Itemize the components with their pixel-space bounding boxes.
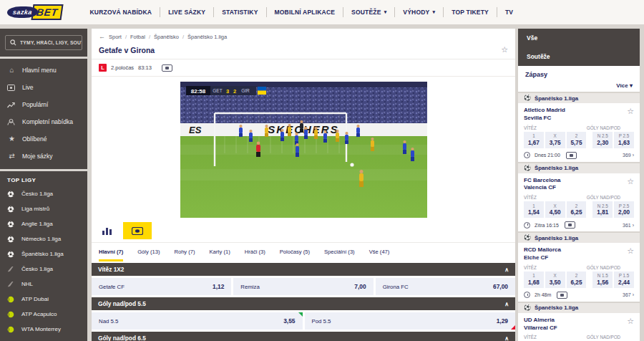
nav-item-mobilni-aplikace[interactable]: MOBILNÍ APLIKACE xyxy=(267,9,343,16)
nav-item-vyhody[interactable]: VÝHODY▾ xyxy=(395,9,443,16)
tab-specialni[interactable]: Speciální (3) xyxy=(324,249,355,261)
football-icon xyxy=(7,191,16,198)
sidebar-league-anglie-1liga[interactable]: Anglie 1.liga xyxy=(0,216,87,231)
nav-item-tv[interactable]: TV xyxy=(497,9,521,16)
tab-hlavni[interactable]: Hlavní (7) xyxy=(99,249,123,261)
odds-button-over[interactable]: N 2.52,30 xyxy=(592,132,613,148)
video-player[interactable]: SKECHERS ES xyxy=(92,77,515,219)
odds-button-over[interactable]: N 2.51,81 xyxy=(592,201,613,218)
odds-button-nad-55[interactable]: Nad 5.5 3,55 xyxy=(92,312,303,330)
breadcrumb-spanelsko-1liga[interactable]: Španělsko 1.liga xyxy=(187,34,227,40)
more-dropdown[interactable]: Více ▾ xyxy=(525,82,633,89)
odds-button-over[interactable]: N 1.51,56 xyxy=(592,272,613,288)
tab-vse[interactable]: Vše (47) xyxy=(369,249,390,261)
odds-button-under[interactable]: P 2.51,63 xyxy=(614,132,634,148)
winner-label: VÍTĚZ xyxy=(524,335,587,340)
chevron-up-icon: ∧ xyxy=(504,301,509,307)
nav-item-top-tikety[interactable]: TOP TIKETY xyxy=(444,9,497,16)
odds-button-getafe[interactable]: Getafe CF 1,12 xyxy=(92,278,231,295)
sidebar-item-oblibene[interactable]: ★ Oblíbené xyxy=(0,130,87,148)
market-tabs: Hlavní (7) Góly (13) Rohy (7) Karty (1) … xyxy=(92,242,515,261)
odds-button-2[interactable]: 26,25 xyxy=(567,272,587,288)
league-header[interactable]: ⚽ Španělsko 1.liga xyxy=(518,162,640,173)
tab-rohy[interactable]: Rohy (7) xyxy=(174,249,195,261)
nav-item-kurzova-nabidka[interactable]: KURZOVÁ NABÍDKA xyxy=(82,9,160,16)
more-markets-link[interactable]: 367 › xyxy=(623,292,634,297)
match-card[interactable]: FC Barcelona Valencia CF ☆ VÍTĚZ GÓLY NA… xyxy=(518,173,640,232)
sidebar-item-hlavni-menu[interactable]: ⌂ Hlavní menu xyxy=(0,62,87,79)
live-status-row: L 2.poločas 83:13 xyxy=(92,59,515,77)
tennis-ball-icon xyxy=(7,296,16,303)
breadcrumb-spanelsko[interactable]: Španělsko xyxy=(154,34,179,40)
match-card[interactable]: Atletico Madrid Sevilla FC ☆ VÍTĚZ GÓLY … xyxy=(518,103,640,162)
odds-button-1[interactable]: 11,68 xyxy=(524,272,544,288)
sazkabet-logo[interactable]: sazka BET xyxy=(6,4,63,20)
filter-souteze[interactable]: Soutěže xyxy=(518,47,640,66)
league-header[interactable]: ⚽ Španělsko 1.liga xyxy=(518,92,640,103)
nav-item-live-sazky[interactable]: LIVE SÁZKY xyxy=(160,9,213,16)
sidebar-league-liga-mistru[interactable]: Liga mistrů xyxy=(0,201,87,216)
odds-button-pod-55[interactable]: Pod 5.5 1,29 xyxy=(305,312,516,330)
odds-button-1[interactable]: 11,67 xyxy=(524,132,544,148)
odds-button-2[interactable]: 26,25 xyxy=(567,201,587,218)
nav-item-statistiky[interactable]: STATISTIKY xyxy=(214,9,265,16)
market-header-nadpod-65[interactable]: Góly nad/pod 6.5 ∧ xyxy=(92,332,515,341)
favorite-star-icon[interactable]: ☆ xyxy=(627,246,634,256)
more-markets-link[interactable]: 361 › xyxy=(623,223,634,228)
favorite-star-icon[interactable]: ☆ xyxy=(627,317,634,326)
sidebar-league-spanelsko-1liga[interactable]: Španělsko 1.liga xyxy=(0,246,87,261)
sidebar-league-nemecko-1liga[interactable]: Německo 1.liga xyxy=(0,231,87,246)
odds-button-x[interactable]: X4,50 xyxy=(545,201,565,218)
sidebar-league-cesko-1liga[interactable]: Česko 1.liga xyxy=(0,186,87,201)
league-header[interactable]: ⚽ Španělsko 1.liga xyxy=(518,231,640,243)
sidebar-league-atp-acapulco[interactable]: ATP Acapulco xyxy=(0,307,87,322)
search-box[interactable] xyxy=(5,35,82,50)
sidebar-league-cesko-hokej[interactable]: Česko 1.liga xyxy=(0,261,87,277)
stream-available-icon xyxy=(566,152,577,159)
offer-list-icon xyxy=(7,119,16,125)
favorite-star-icon[interactable]: ☆ xyxy=(627,107,634,116)
odds-button-x[interactable]: X3,50 xyxy=(545,272,565,288)
sidebar-item-live[interactable]: Live xyxy=(0,79,87,96)
match-video-frame: SKECHERS ES xyxy=(180,82,427,218)
tab-hraci[interactable]: Hráči (3) xyxy=(245,249,265,261)
sidebar-league-nhl[interactable]: NHL xyxy=(0,277,87,292)
favorite-star-icon[interactable]: ☆ xyxy=(627,177,634,186)
search-input[interactable] xyxy=(20,40,82,45)
matches-title: Zápasy xyxy=(525,71,633,78)
football-icon: ⚽ xyxy=(524,165,531,171)
stream-toggle-icon[interactable] xyxy=(162,64,172,72)
odds-button-under[interactable]: P 1.52,44 xyxy=(614,272,634,288)
nav-item-souteze[interactable]: SOUTĚŽE▾ xyxy=(343,9,394,16)
stats-button[interactable] xyxy=(96,223,117,239)
video-stream-button[interactable] xyxy=(123,222,152,239)
odds-button-x[interactable]: X3,75 xyxy=(545,132,565,148)
tab-polocasy[interactable]: Poločasy (5) xyxy=(280,249,310,261)
sidebar-item-kompletni-nabidka[interactable]: Kompletní nabídka xyxy=(0,113,87,130)
sidebar-league-wta-monterrey[interactable]: WTA Monterrey xyxy=(0,322,87,337)
sidebar-item-popularni[interactable]: Populární xyxy=(0,96,87,113)
odds-button-1[interactable]: 11,54 xyxy=(524,201,544,218)
league-header[interactable]: ⚽ Španělsko 1.liga xyxy=(518,302,640,313)
breadcrumb-sport[interactable]: Sport xyxy=(109,34,122,40)
tab-goly[interactable]: Góly (13) xyxy=(137,249,160,261)
odds-button-remiza[interactable]: Remiza 7,00 xyxy=(233,278,373,295)
video-away-code: GIR xyxy=(241,88,250,93)
back-arrow-icon[interactable]: ← xyxy=(99,33,105,40)
breadcrumb-fotbal[interactable]: Fotbal xyxy=(130,34,145,40)
tab-karty[interactable]: Karty (1) xyxy=(210,249,230,261)
sidebar-league-atp-dubai[interactable]: ATP Dubai xyxy=(0,292,87,307)
sidebar-top-leagues: TOP LIGY Česko 1.liga Liga mistrů Anglie… xyxy=(0,171,87,341)
sidebar-item-moje-sazky[interactable]: ⇄ Moje sázky xyxy=(0,148,87,165)
filter-vse[interactable]: Vše xyxy=(518,29,640,47)
market-header-nadpod-55[interactable]: Góly nad/pod 5.5 ∧ xyxy=(92,297,515,310)
odds-button-girona[interactable]: Girona FC 67,00 xyxy=(376,278,515,295)
favorite-star-icon[interactable]: ☆ xyxy=(501,45,508,54)
odds-button-2[interactable]: 25,75 xyxy=(567,132,587,148)
market-header-vitez-1x2[interactable]: Vítěz 1X2 ∧ xyxy=(92,263,515,276)
odds-button-under[interactable]: P 2.52,00 xyxy=(614,201,634,218)
match-card[interactable]: RCD Mallorca Elche CF ☆ VÍTĚZ GÓLY NAD/P… xyxy=(518,243,640,302)
more-markets-link[interactable]: 369 › xyxy=(623,153,634,158)
match-card[interactable]: UD Almeria Villarreal CF ☆ VÍTĚZ GÓLY NA… xyxy=(518,313,640,341)
top-ligy-title: TOP LIGY xyxy=(0,171,87,186)
